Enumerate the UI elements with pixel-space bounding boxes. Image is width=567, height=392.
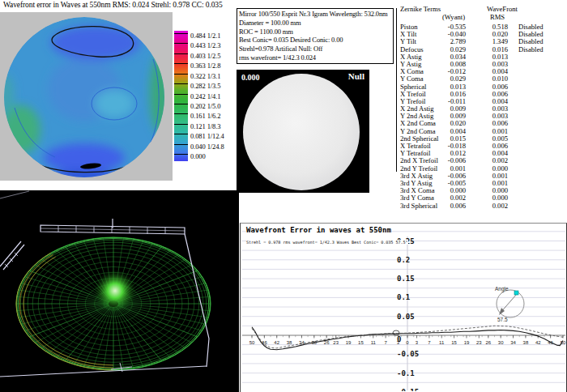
null-interferogram-disk	[243, 74, 360, 190]
colorbar-tick	[174, 43, 188, 44]
wavefront-disk	[0, 17, 171, 181]
app-window: Wavefront error in Waves at 550nm RMS: 0…	[0, 0, 567, 392]
y-axis-label: 0	[397, 335, 401, 343]
z-name: 3rd Spherical	[400, 202, 446, 210]
surface-3d-panel[interactable]	[0, 190, 239, 392]
mesh-spoke	[118, 304, 210, 310]
zernike-rows: Piston-0.5350.518DisabledX Tilt-0.0400.0…	[400, 23, 567, 210]
null-title: Null	[348, 71, 364, 81]
colorbar-label: 0.040 1/24.8	[190, 143, 224, 151]
y-axis-label: 0.2	[397, 256, 410, 264]
z-status: Disabled	[518, 46, 544, 53]
colorbar-label: 0.443 1/2.3	[190, 41, 220, 49]
zernike-table-title: Zernike Terms	[400, 5, 441, 13]
angle-indicator[interactable]: Angle 57.5	[495, 286, 524, 322]
surface-3d-plot[interactable]	[0, 190, 239, 392]
y-axis-label: 0.05	[397, 313, 415, 321]
colorbar-tick	[174, 124, 188, 125]
colorbar-tick	[174, 94, 188, 95]
info-line: ROC = 1100.00 mm	[239, 28, 393, 36]
x-axis-label: 42	[274, 340, 279, 345]
angle-handle-icon[interactable]	[514, 291, 518, 295]
zernike-row: X Coma-0.0120.004	[400, 68, 567, 75]
frame-topleft-edge	[0, 191, 29, 198]
z-rms: 0.002	[466, 202, 508, 210]
y-axis-label: -0.15	[397, 388, 419, 391]
x-axis-label: 50	[249, 340, 255, 345]
colorbar-label: 0.242 1/4.1	[190, 92, 220, 100]
profile-chart-panel[interactable]: Wavefront Error in waves at 550nm Strehl…	[240, 223, 567, 392]
zernike-rms-header: RMS	[484, 13, 510, 21]
colorbar-tick	[174, 144, 188, 145]
colorbar-label: 0.202 1/5.0	[190, 102, 220, 110]
x-axis-label: 38	[287, 340, 292, 345]
x-axis-label: 34	[510, 340, 516, 345]
colorbar-tick	[174, 53, 188, 54]
left-ruler-bar	[0, 241, 24, 270]
colorbar-tick	[174, 104, 188, 104]
x-axis-label: 11	[371, 340, 377, 345]
colorbar-label: 0.081 1/12.4	[190, 132, 224, 140]
colorbar-label: 0.363 1/2.8	[190, 62, 220, 70]
colorbar-tick	[174, 63, 188, 64]
wavefront-map-2d[interactable]	[0, 12, 173, 181]
angle-label: Angle	[495, 286, 509, 292]
colorbar-tick	[174, 33, 188, 34]
colorbar-label: 0.121 1/8.3	[190, 122, 220, 130]
colorbar-label: 0.000	[190, 152, 206, 160]
zernike-row: Defocus0.0290.016Disabled	[400, 46, 567, 53]
null-value: 0.000	[241, 73, 260, 82]
x-axis-label: 23	[476, 340, 482, 345]
info-line: Diameter = 100.00 mm	[239, 19, 393, 28]
colorbar-label: 0.484 1/2.1	[190, 32, 220, 40]
x-axis-label: 38	[523, 340, 529, 345]
x-axis-label: 23	[333, 340, 339, 345]
colorbar-tick	[174, 154, 188, 155]
x-axis-label: 26	[485, 340, 491, 345]
colorbar-label: 0.403 1/2.5	[190, 52, 220, 60]
mesh-spoke	[17, 304, 109, 310]
x-axis-label: 19	[464, 340, 470, 345]
info-line: Best Conic= 0.035 Desired Conic: 0.00	[239, 36, 393, 45]
colorbar-label: 0.322 1/3.1	[190, 72, 220, 80]
colorbar-labels: 0.484 1/2.10.443 1/2.30.403 1/2.50.363 1…	[190, 31, 242, 170]
zernike-table[interactable]: Zernike Terms WaveFront (Wyant) RMS Pist…	[400, 5, 567, 215]
zernike-row: X Astig0.0340.013	[400, 53, 567, 61]
colorbar-tick	[174, 83, 188, 84]
y-axis-label: 0.15	[397, 275, 415, 283]
info-line: Mirror 100/550 Esprit Nr.3 Igram Wavelen…	[239, 10, 393, 19]
panel-divider-line	[396, 8, 397, 172]
zernike-row: 3rd Spherical0.0060.002	[400, 202, 567, 210]
zernike-row: Y Astig0.0080.003	[400, 61, 567, 68]
x-axis-label: 15	[451, 340, 457, 345]
y-axis-label: 0.1	[397, 293, 410, 301]
info-line: Strehl=0.978 Artifical Null: Off	[239, 45, 393, 53]
chart-generated: 5046423834302623191511730371115192326303…	[242, 232, 566, 391]
chart-title: Wavefront Error in waves at 550nm	[246, 226, 391, 234]
x-axis-label: 15	[358, 340, 364, 345]
zernike-wyant-header: (Wyant)	[424, 13, 465, 21]
colorbar-tick	[174, 74, 188, 75]
y-axis-label: -0.05	[397, 350, 419, 358]
mesh-rim-gold-arc	[19, 254, 113, 368]
mesh-center-glow	[94, 270, 136, 312]
colorbar-tick	[174, 113, 188, 114]
colorbar-tick	[174, 134, 188, 134]
wavefront-map-panel[interactable]	[0, 12, 173, 181]
x-axis-label: 42	[535, 340, 541, 345]
colorbar-gradient	[174, 31, 188, 161]
x-axis-label: 11	[439, 340, 445, 345]
wavefront-map-title: Wavefront error in Waves at 550nm RMS: 0…	[3, 1, 223, 9]
angle-value: 57.5	[497, 317, 508, 322]
chart-subtitle: Strehl = 0.978 rms wavefront= 1/42.3 Wav…	[246, 240, 408, 245]
null-interferogram-panel[interactable]: 0.000 Null	[237, 70, 369, 193]
profile-chart[interactable]: 5046423834302623191511730371115192326303…	[241, 224, 566, 391]
mirror-info-box[interactable]: Mirror 100/550 Esprit Nr.3 Igram Wavelen…	[237, 8, 394, 64]
colorbar-label: 0.282 1/3.5	[190, 82, 220, 90]
x-axis-label: 30	[498, 340, 504, 345]
y-axis-label: -0.1	[397, 369, 415, 377]
zernike-wavefront-header: WaveFront	[480, 5, 525, 13]
origin-marker	[393, 330, 399, 335]
mesh-spoke	[17, 296, 109, 303]
z-wyant: 0.006	[446, 202, 466, 210]
